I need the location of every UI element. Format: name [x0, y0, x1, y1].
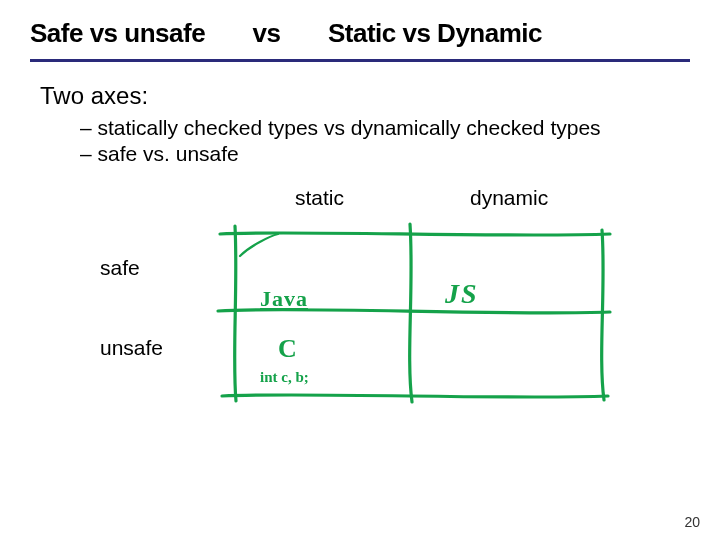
cell-unsafe-static-note: int c, b;: [260, 369, 309, 386]
title-part2: vs: [253, 18, 281, 48]
slide-title: Safe vs unsafe vs Static vs Dynamic: [0, 0, 720, 55]
list-item: statically checked types vs dynamically …: [80, 116, 680, 140]
bullet-list: statically checked types vs dynamically …: [80, 116, 680, 166]
title-part3: Static vs Dynamic: [328, 18, 542, 48]
column-header-static: static: [295, 186, 344, 210]
cell-safe-dynamic: JS: [445, 278, 479, 310]
row-header-unsafe: unsafe: [100, 336, 163, 360]
list-item: safe vs. unsafe: [80, 142, 680, 166]
title-part1: Safe vs unsafe: [30, 18, 205, 48]
lead-text: Two axes:: [40, 82, 680, 110]
cell-unsafe-static: C: [278, 334, 297, 364]
slide: Safe vs unsafe vs Static vs Dynamic Two …: [0, 0, 720, 540]
cell-safe-static: Java: [260, 286, 308, 312]
row-header-safe: safe: [100, 256, 140, 280]
column-header-dynamic: dynamic: [470, 186, 548, 210]
page-number: 20: [684, 514, 700, 530]
slide-body: Two axes: statically checked types vs dy…: [0, 62, 720, 436]
quadrant-table: static dynamic safe unsafe Java: [40, 186, 680, 436]
